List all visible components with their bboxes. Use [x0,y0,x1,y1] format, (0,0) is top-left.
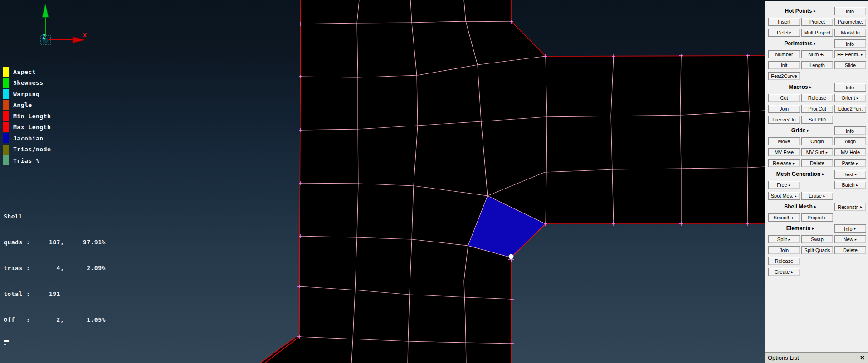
button-delete-hotpoints[interactable]: Delete [768,29,800,37]
button-best[interactable]: Best► [834,170,866,179]
button-spot-mesh[interactable]: Spot Mes.► [768,192,800,200]
button-number[interactable]: Number [768,50,800,58]
button-perimeters-info[interactable]: Info [834,39,866,48]
button-create[interactable]: Create► [768,268,800,276]
panel-row: Join Proj.Cut Edge2Peri. [768,105,868,113]
menu-arrow-icon: ► [860,53,863,56]
button-mult-project[interactable]: Mult.Project [801,29,833,37]
menu-arrow-icon: ► [809,85,813,89]
panel-row: Feat2Curve [768,72,868,80]
button-elements-info[interactable]: Info► [834,224,866,233]
group-header-elements[interactable]: Elements► [768,224,833,233]
mesh-region[interactable] [265,0,765,363]
button-split-quads[interactable]: Split Quads [801,246,833,254]
button-project-shell[interactable]: Project► [801,213,833,222]
menu-arrow-icon: ► [824,216,827,219]
button-fe-perim[interactable]: FE Perim.► [834,50,866,58]
menu-arrow-icon: ► [856,184,859,187]
mesh-statistics: Shell quads : 187, 97.91% trias : 4, 2.0… [4,195,106,333]
button-mv-hole[interactable]: MV Hole [834,148,866,156]
panel-row: Free► Batch► [768,181,868,189]
button-release-elements[interactable]: Release [768,257,800,265]
group-header-grids[interactable]: Grids► [768,126,833,135]
button-delete-elements[interactable]: Delete [834,246,866,254]
button-macros-info[interactable]: Info [834,83,866,92]
legend-label: Warping [13,91,39,97]
button-init[interactable]: Init [768,61,800,69]
button-length[interactable]: Length [801,61,833,69]
button-mv-surf[interactable]: MV Surf► [801,148,833,156]
button-grids-info[interactable]: Info [834,126,866,135]
stats-trias: trias : 4, 2.09% [4,264,106,272]
button-align[interactable]: Align [834,137,866,145]
button-parametric[interactable]: Parametric. [834,18,866,26]
button-hot-points-info[interactable]: Info [834,7,866,15]
group-header-hot-points[interactable]: Hot Points► [768,7,833,15]
button-swap[interactable]: Swap [801,235,833,243]
prompt-cursor [4,344,6,345]
panel-group-perimeters-header: Perimeters► Info [768,39,868,48]
button-paste[interactable]: Paste► [834,159,866,167]
button-orient[interactable]: Orient► [834,94,866,102]
button-split[interactable]: Split► [768,235,800,243]
menu-arrow-icon: ► [790,271,794,274]
button-new[interactable]: New► [834,235,866,243]
button-delete-grids[interactable]: Delete [801,159,833,167]
button-proj-cut[interactable]: Proj.Cut [801,105,833,113]
button-mv-free[interactable]: MV Free [768,148,800,156]
axis-triad: X Z [41,4,87,45]
legend-swatch [3,145,9,155]
button-cut[interactable]: Cut [768,94,800,102]
button-origin[interactable]: Origin [801,137,833,145]
button-join-macros[interactable]: Join [768,105,800,113]
group-header-macros[interactable]: Macros► [768,83,833,92]
button-mark-un[interactable]: Mark/Un [834,29,866,37]
options-list-bar[interactable]: Options List ✕ [765,352,868,363]
legend-item-min-length: Min Length [3,111,51,121]
button-edge2peri[interactable]: Edge2Peri. [834,105,866,113]
group-header-perimeters[interactable]: Perimeters► [768,39,833,48]
menu-arrow-icon: ► [860,205,863,208]
panel-row: Split► Swap New► [768,235,868,243]
panel-row: Spot Mes.► Erase► [768,192,868,200]
group-header-shell-mesh[interactable]: Shell Mesh► [768,203,833,211]
panel-group-macros-header: Macros► Info [768,83,868,91]
menu-arrow-icon: ► [814,42,817,46]
button-release-grids[interactable]: Release► [768,159,800,167]
legend-label: Max Length [13,124,51,131]
legend-label: Jacobian [13,135,44,142]
panel-group-hot-points-header: Hot Points► Info [768,7,868,15]
button-set-pid[interactable]: Set PID [801,116,833,124]
panel-row: Number Num +/- FE Perim.► [768,50,868,58]
button-batch[interactable]: Batch► [834,181,866,189]
legend-swatch [3,122,9,132]
panel-group-shell-mesh-header: Shell Mesh► Reconstr.► [768,203,868,211]
close-icon[interactable]: ✕ [860,354,865,361]
menu-arrow-icon: ► [814,205,817,209]
options-list-label: Options List [768,354,860,361]
button-join-elements[interactable]: Join [768,246,800,254]
button-release-macros[interactable]: Release [801,94,833,102]
button-project-hotpoints[interactable]: Project [801,18,833,26]
button-move[interactable]: Move [768,137,800,145]
prompt-dash [4,340,9,342]
button-slide[interactable]: Slide [834,61,866,69]
group-header-mesh-generation[interactable]: Mesh Generation► [768,170,833,179]
button-freeze-un[interactable]: Freeze/Un [768,116,800,124]
mesh-viewport[interactable]: X Z [0,0,765,363]
panel-row: Init Length Slide [768,61,868,69]
button-reconstruct[interactable]: Reconstr.► [834,203,866,211]
button-feat2curve[interactable]: Feat2Curve [768,72,800,80]
button-insert[interactable]: Insert [768,18,800,26]
legend-item-aspect: Aspect [3,67,51,77]
menu-arrow-icon: ► [856,162,859,165]
button-smooth[interactable]: Smooth► [768,213,800,222]
button-erase[interactable]: Erase► [801,192,833,200]
button-num-plus-minus[interactable]: Num +/- [801,50,833,58]
stats-total: total : 191 [4,290,106,298]
stats-off: Off : 2, 1.05% [4,315,106,324]
menu-arrow-icon: ► [825,151,828,154]
panel-row: Insert Project Parametric. [768,18,868,26]
menu-arrow-icon: ► [813,9,817,13]
button-free-mesh[interactable]: Free► [768,181,800,189]
